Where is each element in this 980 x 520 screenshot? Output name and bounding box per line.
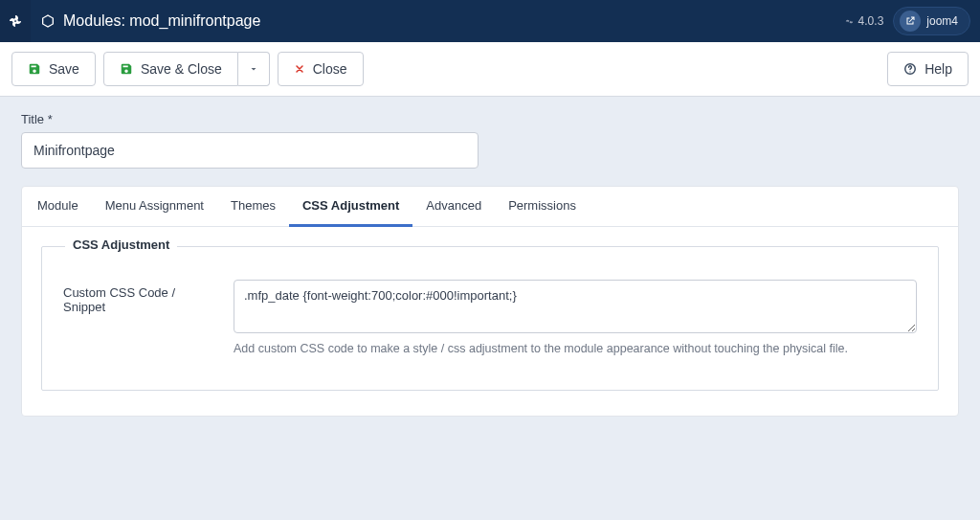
chevron-down-icon bbox=[248, 63, 259, 75]
title-input[interactable] bbox=[21, 132, 479, 169]
tab-module[interactable]: Module bbox=[24, 187, 92, 227]
joomla-icon bbox=[7, 12, 24, 30]
close-label: Close bbox=[313, 61, 347, 77]
joomla-logo[interactable] bbox=[0, 0, 31, 42]
cube-icon bbox=[40, 13, 56, 29]
save-icon bbox=[28, 62, 41, 76]
joomla-small-icon bbox=[844, 16, 855, 27]
user-name: joom4 bbox=[926, 14, 958, 28]
version-text: 4.0.3 bbox=[858, 14, 884, 28]
help-label: Help bbox=[924, 61, 952, 77]
tab-menu-assignment[interactable]: Menu Assignment bbox=[92, 187, 217, 227]
css-help-text: Add custom CSS code to make a style / cs… bbox=[234, 342, 917, 355]
help-button[interactable]: Help bbox=[887, 52, 969, 86]
title-label: Title * bbox=[21, 112, 959, 126]
css-code-textarea[interactable] bbox=[234, 280, 917, 333]
tab-permissions[interactable]: Permissions bbox=[495, 187, 590, 227]
save-dropdown-toggle[interactable] bbox=[238, 52, 270, 86]
save-label: Save bbox=[49, 61, 79, 77]
version-badge: 4.0.3 bbox=[844, 14, 884, 28]
css-adjustment-fieldset: CSS Adjustment Custom CSS Code / Snippet… bbox=[41, 246, 939, 391]
tab-nav: Module Menu Assignment Themes CSS Adjust… bbox=[22, 187, 958, 227]
save-button[interactable]: Save bbox=[11, 52, 96, 86]
fieldset-legend: CSS Adjustment bbox=[65, 237, 177, 252]
save-icon bbox=[120, 62, 133, 76]
tab-themes[interactable]: Themes bbox=[217, 187, 289, 227]
svg-point-1 bbox=[910, 71, 911, 72]
page-title: Modules: mod_minifrontpage bbox=[63, 12, 260, 30]
save-close-button[interactable]: Save & Close bbox=[103, 52, 238, 86]
tab-css-adjustment[interactable]: CSS Adjustment bbox=[289, 187, 412, 227]
tab-advanced[interactable]: Advanced bbox=[412, 187, 495, 227]
external-link-icon bbox=[900, 11, 921, 32]
header-bar: Modules: mod_minifrontpage 4.0.3 joom4 bbox=[0, 0, 980, 42]
css-code-label: Custom CSS Code / Snippet bbox=[63, 280, 216, 314]
close-icon bbox=[294, 63, 305, 75]
save-close-label: Save & Close bbox=[141, 61, 222, 77]
toolbar: Save Save & Close Close Help bbox=[0, 42, 980, 97]
help-icon bbox=[903, 62, 917, 76]
tab-body: CSS Adjustment Custom CSS Code / Snippet… bbox=[22, 227, 958, 416]
save-close-group: Save & Close bbox=[103, 52, 270, 86]
close-button[interactable]: Close bbox=[278, 52, 364, 86]
tab-panel: Module Menu Assignment Themes CSS Adjust… bbox=[21, 186, 959, 417]
user-menu[interactable]: joom4 bbox=[893, 7, 970, 35]
content-area: Title * Module Menu Assignment Themes CS… bbox=[0, 97, 980, 432]
